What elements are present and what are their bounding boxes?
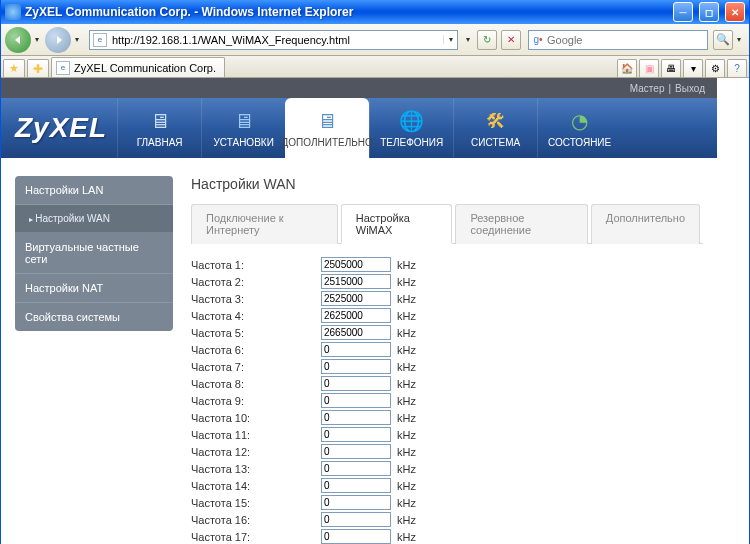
forward-button[interactable] (45, 27, 71, 53)
globe-icon: 🌐 (397, 108, 427, 134)
nav-advanced[interactable]: 🖥ДОПОЛНИТЕЛЬНО (285, 98, 369, 158)
page-heading: Настройки WAN (191, 176, 703, 192)
help-button[interactable]: ? (727, 59, 747, 77)
refresh-button[interactable]: ↻ (477, 30, 497, 50)
link-logout[interactable]: Выход (675, 83, 705, 94)
search-button[interactable]: 🔍 (713, 30, 733, 50)
frequency-label: Частота 2: (191, 276, 321, 288)
window-title: ZyXEL Communication Corp. - Windows Inte… (25, 5, 667, 19)
frequency-input[interactable] (321, 359, 391, 374)
frequency-input[interactable] (321, 478, 391, 493)
tab-wimax[interactable]: Настройка WiMAX (341, 204, 453, 244)
frequency-row: Частота 10:kHz (191, 409, 703, 426)
tab-internet[interactable]: Подключение к Интернету (191, 204, 338, 244)
nav-status[interactable]: ◔СОСТОЯНИЕ (537, 98, 621, 158)
frequency-input[interactable] (321, 444, 391, 459)
browser-toolbar: ▾ ▾ e ▾ ▾ ↻ ✕ g• 🔍 ▾ (1, 24, 749, 56)
sidebar-item-wan[interactable]: Настройки WAN (15, 205, 173, 233)
frequency-unit: kHz (391, 514, 425, 526)
tab-backup[interactable]: Резервное соединение (455, 204, 587, 244)
frequency-row: Частота 3:kHz (191, 290, 703, 307)
address-dropdown[interactable]: ▾ (443, 35, 457, 44)
frequency-unit: kHz (391, 276, 425, 288)
frequency-input[interactable] (321, 342, 391, 357)
search-input[interactable] (547, 34, 707, 46)
sidebar-item-nat[interactable]: Настройки NAT (15, 274, 173, 303)
frequency-label: Частота 8: (191, 378, 321, 390)
frequency-unit: kHz (391, 378, 425, 390)
frequency-label: Частота 6: (191, 344, 321, 356)
side-menu: Настройки LAN Настройки WAN Виртуальные … (15, 176, 173, 331)
address-bar[interactable]: e ▾ (89, 30, 458, 50)
frequency-label: Частота 16: (191, 514, 321, 526)
ie-icon (5, 4, 21, 20)
frequency-label: Частота 12: (191, 446, 321, 458)
frequency-label: Частота 1: (191, 259, 321, 271)
frequency-input[interactable] (321, 495, 391, 510)
add-favorite-button[interactable]: ✚ (27, 59, 49, 77)
frequency-row: Частота 1:kHz (191, 256, 703, 273)
go-dropdown[interactable]: ▾ (464, 35, 474, 44)
tools-menu-button[interactable]: ⚙ (705, 59, 725, 77)
nav-telephony[interactable]: 🌐ТЕЛЕФОНИЯ (369, 98, 453, 158)
frequency-input[interactable] (321, 308, 391, 323)
frequency-label: Частота 13: (191, 463, 321, 475)
frequency-input[interactable] (321, 529, 391, 544)
frequency-label: Частота 11: (191, 429, 321, 441)
back-button[interactable] (5, 27, 31, 53)
frequency-input[interactable] (321, 291, 391, 306)
stop-button[interactable]: ✕ (501, 30, 521, 50)
frequency-label: Частота 17: (191, 531, 321, 543)
tab-title: ZyXEL Communication Corp. (74, 62, 216, 74)
sidebar-item-system[interactable]: Свойства системы (15, 303, 173, 331)
frequency-row: Частота 15:kHz (191, 494, 703, 511)
home-button[interactable]: 🏠 (617, 59, 637, 77)
print-button[interactable]: 🖶 (661, 59, 681, 77)
page-menu-button[interactable]: ▾ (683, 59, 703, 77)
search-box[interactable]: g• (528, 30, 708, 50)
frequency-row: Частота 4:kHz (191, 307, 703, 324)
address-input[interactable] (110, 34, 443, 46)
minimize-button[interactable]: ─ (673, 2, 693, 22)
feeds-button[interactable]: ▣ (639, 59, 659, 77)
frequency-row: Частота 16:kHz (191, 511, 703, 528)
back-history-dropdown[interactable]: ▾ (33, 35, 43, 44)
frequency-unit: kHz (391, 293, 425, 305)
tab-advanced[interactable]: Дополнительно (591, 204, 700, 244)
google-icon: g• (531, 33, 545, 47)
frequency-input[interactable] (321, 410, 391, 425)
frequency-input[interactable] (321, 461, 391, 476)
frequency-unit: kHz (391, 531, 425, 543)
favorites-button[interactable]: ★ (3, 59, 25, 77)
frequency-input[interactable] (321, 257, 391, 272)
tools-icon: 🛠 (481, 108, 511, 134)
forward-history-dropdown[interactable]: ▾ (73, 35, 83, 44)
frequency-input[interactable] (321, 325, 391, 340)
browser-tab-active[interactable]: e ZyXEL Communication Corp. (51, 57, 225, 77)
frequency-input[interactable] (321, 427, 391, 442)
sidebar: Настройки LAN Настройки WAN Виртуальные … (15, 176, 173, 544)
frequency-unit: kHz (391, 412, 425, 424)
frequency-input[interactable] (321, 512, 391, 527)
nav-system[interactable]: 🛠СИСТЕМА (453, 98, 537, 158)
main-nav: 🖥ГЛАВНАЯ 🖥УСТАНОВКИ 🖥ДОПОЛНИТЕЛЬНО 🌐ТЕЛЕ… (117, 98, 621, 158)
main-panel: Настройки WAN Подключение к Интернету На… (191, 176, 703, 544)
search-dropdown[interactable]: ▾ (735, 35, 745, 44)
frequency-row: Частота 13:kHz (191, 460, 703, 477)
maximize-button[interactable]: ◻ (699, 2, 719, 22)
frequency-unit: kHz (391, 497, 425, 509)
nav-main[interactable]: 🖥ГЛАВНАЯ (117, 98, 201, 158)
sidebar-item-lan[interactable]: Настройки LAN (15, 176, 173, 205)
frequency-input[interactable] (321, 274, 391, 289)
frequency-unit: kHz (391, 480, 425, 492)
monitor-wrench-icon: 🖥 (312, 108, 342, 134)
sidebar-item-vpn[interactable]: Виртуальные частные сети (15, 233, 173, 274)
link-master[interactable]: Мастер (630, 83, 665, 94)
frequency-input[interactable] (321, 376, 391, 391)
close-button[interactable]: ✕ (725, 2, 745, 22)
frequency-input[interactable] (321, 393, 391, 408)
browser-tabbar: ★ ✚ e ZyXEL Communication Corp. 🏠 ▣ 🖶 ▾ … (1, 56, 749, 78)
frequency-row: Частота 2:kHz (191, 273, 703, 290)
frequency-label: Частота 9: (191, 395, 321, 407)
nav-setup[interactable]: 🖥УСТАНОВКИ (201, 98, 285, 158)
